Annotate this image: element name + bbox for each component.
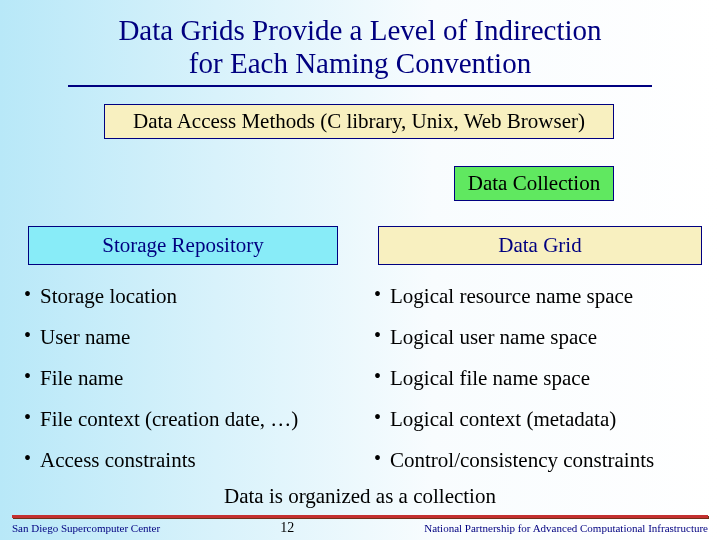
list-item: Storage location [24, 276, 354, 317]
list-item: Logical context (metadata) [374, 399, 714, 440]
list-item: File context (creation date, …) [24, 399, 354, 440]
page-number: 12 [280, 520, 294, 536]
left-column: Storage location User name File name Fil… [0, 276, 360, 481]
slide-title: Data Grids Provide a Level of Indirectio… [0, 0, 720, 83]
title-underline [68, 85, 652, 87]
list-item: Control/consistency constraints [374, 440, 714, 481]
list-item: Logical file name space [374, 358, 714, 399]
title-line-2: for Each Naming Convention [189, 47, 531, 79]
list-item: Access constraints [24, 440, 354, 481]
box-collection-label: Data Collection [468, 171, 600, 195]
box-access-label: Data Access Methods (C library, Unix, We… [133, 109, 585, 133]
box-access-methods: Data Access Methods (C library, Unix, We… [104, 104, 614, 139]
right-column: Logical resource name space Logical user… [360, 276, 720, 481]
list-item: Logical user name space [374, 317, 714, 358]
list-item: User name [24, 317, 354, 358]
comparison-columns: Storage location User name File name Fil… [0, 276, 720, 481]
footer-right: National Partnership for Advanced Comput… [294, 522, 708, 534]
footer-left: San Diego Supercomputer Center [12, 522, 160, 534]
footer-divider [12, 515, 708, 518]
box-data-collection: Data Collection [454, 166, 614, 201]
box-repo-label: Storage Repository [102, 233, 264, 257]
box-data-grid: Data Grid [378, 226, 702, 265]
bottom-caption: Data is organized as a collection [0, 484, 720, 509]
list-item: File name [24, 358, 354, 399]
box-grid-label: Data Grid [498, 233, 581, 257]
footer: San Diego Supercomputer Center 12 Nation… [0, 520, 720, 536]
title-line-1: Data Grids Provide a Level of Indirectio… [118, 14, 601, 46]
list-item: Logical resource name space [374, 276, 714, 317]
box-storage-repository: Storage Repository [28, 226, 338, 265]
